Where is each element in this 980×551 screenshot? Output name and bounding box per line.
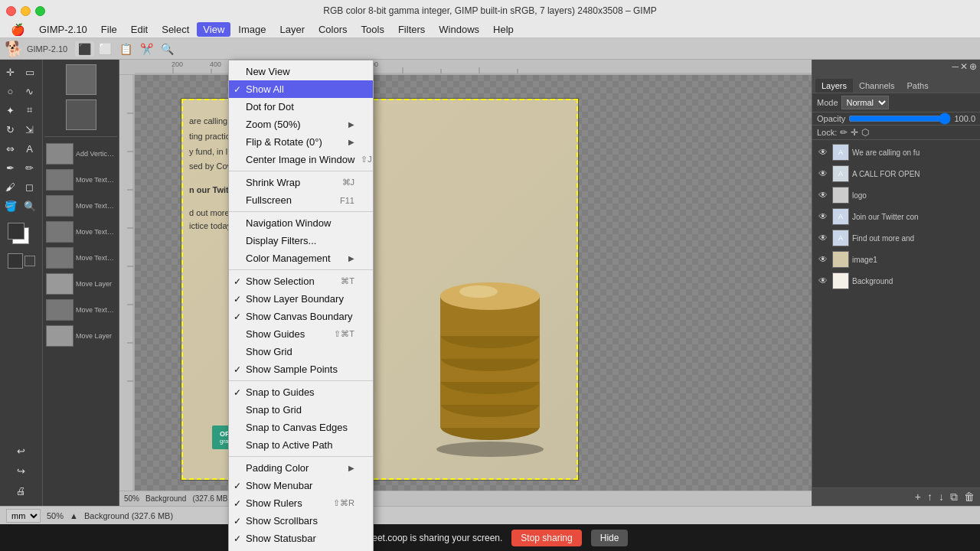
lower-layer-button[interactable]: ↓ — [936, 491, 946, 504]
menu-snap-to-grid[interactable]: Snap to Grid — [229, 401, 373, 419]
mode-select[interactable]: Normal — [841, 96, 889, 109]
menu-snap-to-active-path[interactable]: Snap to Active Path — [229, 436, 373, 454]
color-selector[interactable] — [8, 223, 35, 250]
layer-eye-7[interactable]: 👁 — [817, 275, 829, 287]
tool-fill[interactable]: 🪣 — [2, 197, 20, 215]
delete-layer-button[interactable]: 🗑 — [962, 491, 977, 504]
tool-rect[interactable]: ▭ — [21, 63, 39, 81]
hide-button[interactable]: Hide — [591, 530, 629, 546]
layer-item-6[interactable]: 👁 image1 — [812, 249, 980, 270]
layer-item-4[interactable]: 👁 A Join our Twitter con — [812, 206, 980, 227]
tool-free[interactable]: ∿ — [21, 82, 39, 100]
layer-item-1[interactable]: 👁 A We are calling on fu — [812, 142, 980, 163]
menu-show-statusbar[interactable]: ✓ Show Statusbar — [229, 530, 373, 547]
menu-color-management[interactable]: Color Management ▶ — [229, 249, 373, 267]
menu-dot-for-dot[interactable]: Dot for Dot — [229, 98, 373, 116]
history-item-2[interactable]: Move Text Layer — [44, 168, 117, 192]
history-item-1[interactable]: Add Vertical Guide — [44, 142, 117, 166]
image-thumbnail[interactable] — [66, 64, 96, 95]
menu-fullscreen[interactable]: Fullscreen F11 — [229, 191, 373, 209]
lock-position[interactable]: ✛ — [851, 127, 858, 138]
layer-menu[interactable]: Layer — [273, 22, 311, 37]
tab-layers[interactable]: Layers — [815, 79, 853, 93]
layer-eye-6[interactable]: 👁 — [817, 253, 829, 266]
image-thumbnail-2[interactable] — [66, 99, 96, 130]
tab-channels[interactable]: Channels — [853, 79, 900, 93]
unit-selector[interactable]: mm px in — [6, 509, 41, 523]
menu-show-layer-boundary[interactable]: ✓ Show Layer Boundary — [229, 290, 373, 308]
menu-show-scrollbars[interactable]: ✓ Show Scrollbars — [229, 512, 373, 530]
tool-scale[interactable]: ⇲ — [21, 120, 39, 139]
layer-eye-3[interactable]: 👁 — [817, 189, 829, 201]
redo-button[interactable]: ↪ — [12, 461, 31, 480]
layer-eye-1[interactable]: 👁 — [817, 146, 829, 158]
gimp-menu[interactable]: GIMP-2.10 — [33, 22, 93, 37]
menu-navigation-window[interactable]: Navigation Window — [229, 214, 373, 232]
layer-eye-2[interactable]: 👁 — [817, 168, 829, 180]
menu-show-all[interactable]: ✓ Show All — [229, 80, 373, 98]
stop-sharing-button[interactable]: Stop sharing — [511, 530, 581, 546]
duplicate-layer-button[interactable]: ⧉ — [948, 491, 960, 504]
history-item-6[interactable]: Move Layer — [44, 272, 117, 296]
menu-show-rulers[interactable]: ✓ Show Rulers ⇧⌘R — [229, 494, 373, 512]
tool-eraser[interactable]: ◻ — [21, 178, 39, 196]
history-item-5[interactable]: Move Text Layer — [44, 246, 117, 270]
menu-show-canvas-boundary[interactable]: ✓ Show Canvas Boundary — [229, 308, 373, 325]
new-layer-button[interactable]: + — [913, 491, 923, 504]
menu-show-sample-points[interactable]: ✓ Show Sample Points — [229, 360, 373, 378]
panel-minimize[interactable]: ─ — [952, 61, 959, 72]
undo-button[interactable]: ↩ — [12, 442, 31, 460]
help-menu[interactable]: Help — [487, 22, 520, 37]
menu-show-guides[interactable]: Show Guides ⇧⌘T — [229, 325, 373, 343]
tool-move[interactable]: ✛ — [2, 63, 20, 81]
view-menu[interactable]: View — [197, 22, 230, 37]
tool-ellipse[interactable]: ○ — [2, 82, 20, 100]
toolbar-icon-1[interactable]: ⬛ — [75, 41, 94, 57]
print-button[interactable]: 🖨 — [12, 481, 31, 500]
select-menu[interactable]: Select — [155, 22, 195, 37]
layer-eye-5[interactable]: 👁 — [817, 232, 829, 244]
layer-item-7[interactable]: 👁 Background — [812, 270, 980, 292]
opacity-slider[interactable] — [848, 114, 951, 123]
history-item-7[interactable]: Move Text Layer — [44, 298, 117, 322]
apple-menu[interactable]: 🍎 — [5, 23, 31, 37]
tool-path[interactable]: ✒ — [2, 158, 20, 177]
tool-pencil[interactable]: ✏ — [21, 158, 39, 177]
lock-pixels[interactable]: ✏ — [840, 127, 848, 138]
tools-menu[interactable]: Tools — [355, 22, 390, 37]
minimize-button[interactable] — [21, 6, 31, 16]
menu-show-grid[interactable]: Show Grid — [229, 343, 373, 360]
menu-snap-to-guides[interactable]: ✓ Snap to Guides — [229, 383, 373, 401]
history-item-8[interactable]: Move Layer — [44, 324, 117, 348]
lock-alpha[interactable]: ⬡ — [861, 127, 869, 138]
foreground-color[interactable] — [8, 253, 23, 269]
tool-zoom[interactable]: 🔍 — [21, 197, 39, 215]
tab-paths[interactable]: Paths — [901, 79, 935, 93]
panel-close[interactable]: ✕ — [960, 61, 968, 72]
panel-more[interactable]: ⊕ — [969, 61, 977, 72]
tool-brush[interactable]: 🖌 — [2, 178, 20, 196]
menu-show-selection[interactable]: ✓ Show Selection ⌘T — [229, 272, 373, 290]
layer-item-2[interactable]: 👁 A A CALL FOR OPEN — [812, 163, 980, 184]
layer-eye-4[interactable]: 👁 — [817, 210, 829, 223]
history-item-4[interactable]: Move Text Layer — [44, 220, 117, 244]
menu-enter-full-screen[interactable]: Enter Full Screen — [229, 547, 373, 551]
menu-shrink-wrap[interactable]: Shrink Wrap ⌘J — [229, 174, 373, 191]
file-menu[interactable]: File — [95, 22, 123, 37]
layer-item-3[interactable]: 👁 logo — [812, 184, 980, 206]
menu-zoom[interactable]: Zoom (50%) ▶ — [229, 116, 373, 133]
menu-new-view[interactable]: New View — [229, 63, 373, 80]
menu-snap-to-canvas-edges[interactable]: Snap to Canvas Edges — [229, 419, 373, 436]
toolbar-icon-4[interactable]: ✂️ — [137, 41, 156, 57]
menu-display-filters[interactable]: Display Filters... — [229, 232, 373, 249]
tool-flip[interactable]: ⇔ — [2, 139, 20, 158]
layer-item-5[interactable]: 👁 A Find out more and — [812, 227, 980, 249]
toolbar-icon-3[interactable]: 📋 — [116, 41, 136, 57]
image-menu[interactable]: Image — [232, 22, 272, 37]
filters-menu[interactable]: Filters — [392, 22, 431, 37]
toolbar-icon-2[interactable]: ⬜ — [96, 41, 115, 57]
menu-flip-rotate[interactable]: Flip & Rotate (0°) ▶ — [229, 133, 373, 151]
toolbar-icon-5[interactable]: 🔍 — [158, 41, 177, 57]
colors-menu[interactable]: Colors — [312, 22, 354, 37]
background-color[interactable] — [24, 256, 35, 266]
